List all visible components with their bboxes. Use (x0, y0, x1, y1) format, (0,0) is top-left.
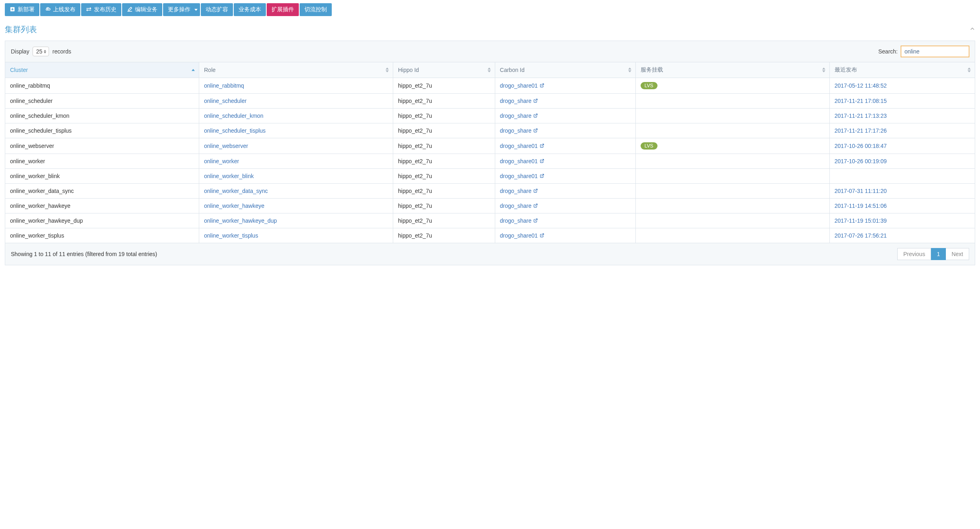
toolbar-btn-7[interactable]: 扩展插件 (267, 3, 299, 16)
table-row: online_rabbitmqonline_rabbitmqhippo_et2_… (5, 78, 975, 94)
collapse-icon[interactable] (970, 26, 975, 33)
cell-carbon: drogo_share (495, 199, 635, 213)
cell-cluster: online_worker_tisplus (5, 228, 199, 243)
display-label: Display (11, 48, 29, 55)
toolbar-btn-label: 更多操作 (168, 6, 190, 13)
page-1-button[interactable]: 1 (931, 248, 946, 260)
svg-line-13 (541, 234, 543, 236)
published-link[interactable]: 2017-07-31 11:11:20 (835, 188, 887, 194)
toolbar-btn-2[interactable]: 发布历史 (81, 3, 121, 16)
external-link-icon (533, 113, 538, 119)
role-link[interactable]: online_worker (204, 158, 239, 164)
role-link[interactable]: online_rabbitmq (204, 82, 244, 89)
carbon-link[interactable]: drogo_share (500, 217, 538, 224)
toolbar-btn-6[interactable]: 业务成本 (234, 3, 266, 16)
toolbar-btn-4[interactable]: 更多操作 (163, 3, 200, 16)
published-link[interactable]: 2017-11-21 17:08:15 (835, 98, 887, 104)
carbon-link[interactable]: drogo_share (500, 113, 538, 119)
toolbar-btn-label: 新部署 (18, 6, 35, 13)
toolbar-btn-1[interactable]: 上线发布 (40, 3, 80, 16)
cell-service (635, 169, 829, 184)
exchange-icon (86, 6, 92, 13)
toolbar-btn-3[interactable]: 编辑业务 (122, 3, 162, 16)
action-toolbar: 新部署上线发布发布历史编辑业务更多操作动态扩容业务成本扩展插件切流控制 (5, 3, 975, 16)
table-body: online_rabbitmqonline_rabbitmqhippo_et2_… (5, 78, 975, 243)
cell-published: 2017-11-19 14:51:06 (829, 199, 975, 213)
svg-line-11 (535, 204, 537, 206)
published-link[interactable]: 2017-11-19 15:01:39 (835, 217, 887, 224)
col-header-1[interactable]: Role (199, 62, 393, 78)
chevron-down-icon (194, 9, 198, 11)
cell-hippo: hippo_et2_7u (393, 123, 495, 138)
table-row: online_worker_tisplusonline_worker_tispl… (5, 228, 975, 243)
role-link[interactable]: online_worker_data_sync (204, 188, 268, 194)
toolbar-btn-label: 切流控制 (304, 6, 327, 13)
toolbar-btn-0[interactable]: 新部署 (5, 3, 39, 16)
table-row: online_scheduleronline_schedulerhippo_et… (5, 94, 975, 109)
prev-button[interactable]: Previous (897, 248, 931, 260)
role-link[interactable]: online_worker_blink (204, 173, 254, 179)
external-link-icon (540, 144, 544, 149)
carbon-link[interactable]: drogo_share01 (500, 82, 544, 89)
cell-published: 2017-10-26 00:19:09 (829, 154, 975, 169)
cell-hippo: hippo_et2_7u (393, 138, 495, 154)
search-label: Search: (878, 48, 898, 55)
cell-carbon: drogo_share01 (495, 154, 635, 169)
cell-cluster: online_worker_hawkeye_dup (5, 213, 199, 228)
col-header-0[interactable]: Cluster (5, 62, 199, 78)
published-link[interactable]: 2017-11-21 17:17:26 (835, 127, 887, 134)
external-link-icon (540, 174, 544, 179)
published-link[interactable]: 2017-05-12 11:48:52 (835, 82, 887, 89)
role-link[interactable]: online_worker_hawkeye_dup (204, 217, 277, 224)
table-row: online_worker_blinkonline_worker_blinkhi… (5, 169, 975, 184)
role-link[interactable]: online_scheduler_tisplus (204, 127, 265, 134)
external-link-icon (533, 218, 538, 224)
role-link[interactable]: online_worker_hawkeye (204, 203, 264, 209)
col-header-5[interactable]: 最近发布 (829, 62, 975, 78)
cell-cluster: online_scheduler (5, 94, 199, 109)
carbon-link[interactable]: drogo_share (500, 98, 538, 104)
cloud-icon (45, 6, 51, 13)
toolbar-btn-5[interactable]: 动态扩容 (201, 3, 233, 16)
toolbar-btn-8[interactable]: 切流控制 (300, 3, 332, 16)
cell-cluster: online_worker_hawkeye (5, 199, 199, 213)
cell-service (635, 123, 829, 138)
next-button[interactable]: Next (946, 248, 969, 260)
published-link[interactable]: 2017-10-26 00:19:09 (835, 158, 887, 164)
carbon-link[interactable]: drogo_share (500, 203, 538, 209)
page-size-select[interactable]: 25 (33, 47, 49, 56)
cell-service: LVS (635, 138, 829, 154)
cell-published: 2017-11-21 17:17:26 (829, 123, 975, 138)
published-link[interactable]: 2017-11-19 14:51:06 (835, 203, 887, 209)
role-link[interactable]: online_webserver (204, 143, 248, 149)
external-link-icon (540, 83, 544, 89)
carbon-link[interactable]: drogo_share01 (500, 143, 544, 149)
external-link-icon (533, 203, 538, 209)
col-header-4[interactable]: 服务挂载 (635, 62, 829, 78)
cell-published: 2017-07-31 11:11:20 (829, 184, 975, 199)
table-row: online_worker_data_synconline_worker_dat… (5, 184, 975, 199)
role-link[interactable]: online_scheduler (204, 98, 247, 104)
published-link[interactable]: 2017-11-21 17:13:23 (835, 113, 887, 119)
table-controls: Display 25 records Search: (5, 41, 975, 62)
col-header-3[interactable]: Carbon Id (495, 62, 635, 78)
carbon-link[interactable]: drogo_share (500, 188, 538, 194)
table-footer: Showing 1 to 11 of 11 entries (filtered … (5, 243, 975, 265)
cell-service (635, 154, 829, 169)
carbon-link[interactable]: drogo_share01 (500, 158, 544, 164)
toolbar-btn-label: 上线发布 (53, 6, 76, 13)
published-link[interactable]: 2017-10-26 00:18:47 (835, 143, 887, 149)
external-link-icon (533, 128, 538, 134)
published-link[interactable]: 2017-07-26 17:56:21 (835, 232, 887, 239)
table-row: online_worker_hawkeye_duponline_worker_h… (5, 213, 975, 228)
col-header-2[interactable]: Hippo Id (393, 62, 495, 78)
search-input[interactable] (901, 46, 969, 57)
cell-cluster: online_webserver (5, 138, 199, 154)
cell-cluster: online_worker_data_sync (5, 184, 199, 199)
role-link[interactable]: online_worker_tisplus (204, 232, 258, 239)
carbon-link[interactable]: drogo_share (500, 127, 538, 134)
carbon-link[interactable]: drogo_share01 (500, 232, 544, 239)
role-link[interactable]: online_scheduler_kmon (204, 113, 263, 119)
cell-cluster: online_worker_blink (5, 169, 199, 184)
carbon-link[interactable]: drogo_share01 (500, 173, 544, 179)
